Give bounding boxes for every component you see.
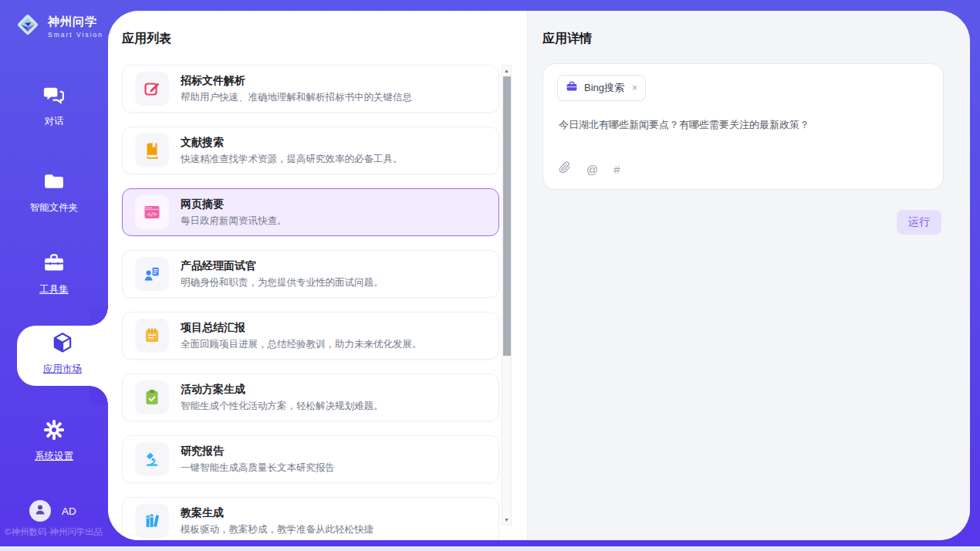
gear-icon: [42, 418, 66, 445]
sidebar-item-label: 智能文件夹: [30, 201, 79, 215]
app-card-desc: 快速精准查找学术资源，提高研究效率的必备工具。: [181, 153, 403, 166]
active-tab-curve-top: [90, 307, 108, 326]
app-list-title: 应用列表: [122, 31, 171, 47]
user-account[interactable]: AD: [29, 500, 76, 522]
prompt-editor[interactable]: Bing搜索 × 今日湖北有哪些新闻要点？有哪些需要关注的最新政策？ @ #: [542, 63, 944, 190]
prompt-text: 今日湖北有哪些新闻要点？有哪些需要关注的最新政策？: [559, 118, 929, 132]
tool-tag-bing-search[interactable]: Bing搜索 ×: [557, 75, 646, 101]
toolbox-icon: [42, 252, 66, 278]
scroll-up-icon[interactable]: ▲: [502, 66, 511, 76]
sidebar-item-label: 应用市场: [43, 363, 82, 376]
lesson-plan-icon: [135, 504, 169, 538]
webpage-summary-icon: </>: [135, 195, 169, 229]
user-initials: AD: [62, 505, 76, 517]
sidebar-item-smart-folder[interactable]: 智能文件夹: [0, 170, 108, 215]
brand-subtitle: Smart Vision: [48, 31, 103, 39]
app-card-desc: 一键智能生成高质量长文本研究报告: [181, 461, 335, 475]
cube-icon: [50, 330, 75, 358]
event-plan-icon: [135, 380, 169, 414]
app-card-title: 研究报告: [181, 445, 335, 458]
chat-icon: [42, 83, 66, 110]
sidebar-item-chat[interactable]: 对话: [0, 83, 108, 128]
main-content: 应用列表 招标文件解析 帮助用户快速、准确地理解和解析招标书中的关键信息: [108, 11, 970, 540]
run-button[interactable]: 运行: [897, 210, 941, 235]
copyright-footer: ©神州数码·神州问学出品: [5, 526, 103, 538]
user-avatar-icon: [33, 502, 47, 519]
app-card-desc: 智能生成个性化活动方案，轻松解决规划难题。: [181, 400, 384, 413]
app-list-panel: 应用列表 招标文件解析 帮助用户快速、准确地理解和解析招标书中的关键信息: [108, 11, 527, 540]
svg-text:</>: </>: [147, 211, 157, 218]
sidebar-item-settings[interactable]: 系统设置: [0, 418, 108, 463]
sidebar-item-label: 工具集: [39, 283, 69, 296]
app-detail-title: 应用详情: [542, 31, 592, 47]
app-card-list: 招标文件解析 帮助用户快速、准确地理解和解析招标书中的关键信息 文献搜索: [122, 65, 499, 540]
paperclip-icon[interactable]: [559, 161, 571, 177]
app-card-research-report[interactable]: 研究报告 一键智能生成高质量长文本研究报告: [122, 435, 499, 483]
app-card-project-summary[interactable]: 项目总结汇报 全面回顾项目进展，总结经验教训，助力未来优化发展。: [122, 312, 499, 360]
app-card-title: 活动方案生成: [181, 383, 384, 397]
app-card-desc: 帮助用户快速、准确地理解和解析招标书中的关键信息: [181, 91, 412, 104]
scrollbar-thumb[interactable]: [503, 76, 511, 356]
app-card-title: 招标文件解析: [181, 74, 412, 88]
app-card-title: 产品经理面试官: [181, 259, 384, 273]
app-card-title: 项目总结汇报: [181, 321, 422, 335]
active-tab-curve-bottom: [90, 386, 108, 404]
app-card-title: 网页摘要: [181, 198, 287, 211]
app-detail-panel: 应用详情 Bing搜索 × 今日湖北有哪些新闻要点？有哪些需要关注的最新政策？: [527, 11, 970, 540]
diamond-logo-icon: [14, 11, 42, 42]
app-card-desc: 全面回顾项目进展，总结经验教训，助力未来优化发展。: [181, 338, 422, 351]
research-report-icon: [135, 442, 169, 476]
app-card-lesson-plan[interactable]: 教案生成 模板驱动，教案秒成，教学准备从此轻松快捷: [122, 497, 499, 540]
avatar: [29, 500, 51, 522]
app-card-tender-parse[interactable]: 招标文件解析 帮助用户快速、准确地理解和解析招标书中的关键信息: [122, 65, 499, 113]
literature-search-icon: [135, 134, 169, 167]
pm-interviewer-icon: [135, 257, 169, 291]
app-card-webpage-summary[interactable]: </> 网页摘要 每日政府新闻资讯快查。: [122, 188, 499, 236]
app-card-pm-interviewer[interactable]: 产品经理面试官 明确身份和职责，为您提供专业性的面试问题。: [122, 250, 499, 298]
project-summary-icon: [135, 319, 169, 353]
briefcase-icon: [566, 80, 578, 96]
scroll-down-icon[interactable]: ▼: [502, 515, 511, 525]
app-shell: 神州问学 Smart Vision 对话 智能文件夹: [0, 0, 980, 546]
folder-icon: [42, 170, 66, 196]
mention-icon[interactable]: @: [586, 164, 598, 175]
app-card-literature-search[interactable]: 文献搜索 快速精准查找学术资源，提高研究效率的必备工具。: [122, 127, 499, 174]
tender-parse-icon: [135, 72, 169, 106]
sidebar-item-label: 系统设置: [35, 450, 73, 463]
app-card-title: 文献搜索: [181, 136, 403, 150]
app-card-desc: 明确身份和职责，为您提供专业性的面试问题。: [181, 276, 384, 289]
app-card-desc: 模板驱动，教案秒成，教学准备从此轻松快捷: [181, 523, 373, 536]
sidebar-item-label: 对话: [45, 115, 64, 128]
brand-logo: 神州问学 Smart Vision: [14, 11, 103, 42]
tool-tag-label: Bing搜索: [584, 81, 624, 95]
list-scrollbar[interactable]: ▲ ▼: [502, 65, 512, 526]
brand-name: 神州问学: [48, 15, 103, 29]
sidebar-item-app-market[interactable]: 应用市场: [17, 330, 108, 376]
hash-icon[interactable]: #: [613, 164, 620, 175]
close-icon[interactable]: ×: [632, 83, 637, 93]
app-card-title: 教案生成: [181, 506, 373, 520]
app-card-desc: 每日政府新闻资讯快查。: [181, 215, 287, 228]
sidebar-item-toolset[interactable]: 工具集: [0, 252, 108, 296]
app-card-event-plan[interactable]: 活动方案生成 智能生成个性化活动方案，轻松解决规划难题。: [122, 374, 499, 421]
attachment-toolbar: @ #: [559, 161, 620, 177]
